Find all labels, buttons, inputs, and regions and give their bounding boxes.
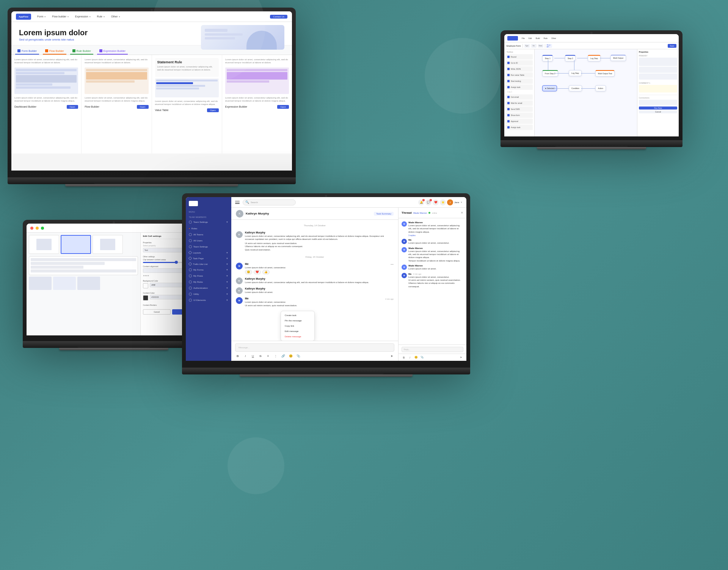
s4-nav-layouts[interactable]: Layouts ▼ xyxy=(186,250,231,255)
s3-close-dot[interactable] xyxy=(30,227,33,230)
s2-item-table[interactable]: Run value Table xyxy=(506,72,533,78)
s2-node-output[interactable]: Multi Output xyxy=(610,55,626,61)
s4-strikethrough-btn[interactable]: S xyxy=(258,353,263,359)
s4-nav-forms[interactable]: My Forms ▼ xyxy=(186,267,231,273)
s2-item-wait[interactable]: Wait for email xyxy=(506,100,533,106)
s2-draw-btn[interactable]: Draw xyxy=(538,44,543,48)
s2-api-btn[interactable]: Show API xyxy=(547,44,552,48)
s4-dropdown-icon[interactable]: ▼ xyxy=(460,201,463,204)
s2-item-sms[interactable]: Send SMS xyxy=(506,106,533,112)
s4-msg2-more-icon[interactable]: ⋯ xyxy=(391,263,394,266)
s3-cell-selected[interactable] xyxy=(61,235,91,254)
s1-col1-open-btn[interactable]: Open xyxy=(67,105,78,109)
s3-bg-swatch[interactable] xyxy=(143,283,148,288)
s3-slider-thumb[interactable] xyxy=(175,261,178,264)
s2-item-testing[interactable]: Start testing xyxy=(506,78,533,84)
s4-nav-taskpage[interactable]: Task Page ▼ xyxy=(186,255,231,261)
s4-task-summary-btn[interactable]: Task Summary xyxy=(374,212,394,216)
s2-item-goto[interactable]: Go to ID xyxy=(506,60,533,66)
s2-item-email[interactable]: Get email xyxy=(506,94,533,100)
s1-col3-open-btn[interactable]: Open xyxy=(207,108,219,112)
s4-ctx-edit[interactable]: Edit message xyxy=(281,329,314,334)
s4-nav-auth[interactable]: Authentication ▼ xyxy=(186,285,231,291)
s2-go-btn[interactable]: Go xyxy=(531,44,537,48)
s4-hamburger[interactable] xyxy=(235,201,240,204)
s4-nav-roles[interactable]: Roles xyxy=(186,225,231,232)
s4-nav-team-settings[interactable]: Team Settings ▼ xyxy=(186,219,231,225)
s4-notif-1[interactable]: 🔔 2 xyxy=(418,199,424,205)
s4-nav-rules[interactable]: My Rules ▼ xyxy=(186,279,231,285)
s4-ctx-pin[interactable]: Pin the message xyxy=(281,318,314,323)
s2-node-log[interactable]: Log Step xyxy=(588,55,601,61)
s4-message-input[interactable]: Message... xyxy=(235,343,394,352)
s3-content-swatch[interactable] xyxy=(143,295,148,301)
s2-item-assign[interactable]: Assign task xyxy=(506,85,533,90)
s4-nav-team-set2[interactable]: Team Settings xyxy=(186,244,231,250)
s4-notif-2[interactable]: 💬 3 xyxy=(425,199,431,205)
s4-thread-bold[interactable]: B xyxy=(402,355,406,360)
s4-bold-btn[interactable]: B xyxy=(235,353,240,359)
s3-max-dot[interactable] xyxy=(41,227,44,230)
s2-item-showform[interactable]: Show form xyxy=(506,113,533,118)
s2-item-json[interactable]: Write JSON xyxy=(506,66,533,72)
s4-underline-btn[interactable]: U xyxy=(250,353,256,359)
s4-notif-3[interactable]: ❤️ xyxy=(433,199,439,205)
s2-nav-other[interactable]: Other xyxy=(551,37,556,39)
s1-contact-btn[interactable]: Contact Us xyxy=(270,15,287,19)
s4-nav-trello[interactable]: Trello Like List ▼ xyxy=(186,261,231,267)
s1-tab-rule[interactable]: Rule Builder xyxy=(70,48,93,55)
s4-italic-btn[interactable]: I xyxy=(243,353,248,359)
s1-col4-open-btn[interactable]: Open xyxy=(277,105,289,109)
s1-col2-open-btn[interactable]: Open xyxy=(137,105,149,109)
s1-nav-form[interactable]: Form ▼ xyxy=(37,15,46,18)
s4-reaction-smile[interactable]: 😊 xyxy=(245,270,252,274)
s4-nav-ui[interactable]: UI Elements ▼ xyxy=(186,297,231,303)
s3-min-dot[interactable] xyxy=(36,227,39,230)
s3-cancel-btn[interactable]: Cancel xyxy=(143,309,171,315)
s4-thread-close-btn[interactable]: ✕ xyxy=(461,211,463,215)
s2-save-btn[interactable]: Save xyxy=(668,44,676,48)
s4-nav-flows[interactable]: My Flows ▼ xyxy=(186,273,231,279)
s4-nav-all-teams[interactable]: All Teams xyxy=(186,232,231,238)
s4-thread-attach[interactable]: 📎 xyxy=(420,355,424,360)
s4-thread-send[interactable]: ➤ xyxy=(459,355,463,360)
s3-cell-1[interactable] xyxy=(29,235,59,254)
s4-reaction-heart[interactable]: ❤️ xyxy=(254,270,261,274)
s1-nav-rule[interactable]: Rule ▼ xyxy=(97,15,105,18)
s4-nav-utility[interactable]: Utility ▼ xyxy=(186,291,231,297)
s4-thread-reply-input[interactable]: Reply... xyxy=(402,347,463,352)
s4-link-btn[interactable]: 🔗 xyxy=(281,353,286,359)
s4-notif-4[interactable]: ⭐ xyxy=(440,199,446,205)
s4-ordered-list-btn[interactable]: ⋮ xyxy=(273,353,278,359)
s4-emoji-btn[interactable]: 😊 xyxy=(288,353,293,359)
s2-type-btn[interactable]: Type xyxy=(524,44,530,48)
s4-user-avatar[interactable]: J xyxy=(447,199,453,205)
s2-nav-file[interactable]: File xyxy=(522,37,525,39)
s4-ctx-copy[interactable]: Copy link xyxy=(281,323,314,329)
s4-send-btn[interactable]: ➤ xyxy=(389,353,394,359)
s2-node-log2[interactable]: Log Step xyxy=(569,70,582,76)
s2-node-condition[interactable]: Condition xyxy=(569,85,582,91)
s4-thread-emoji[interactable]: 😊 xyxy=(414,355,418,360)
s1-nav-expression[interactable]: Expression ▼ xyxy=(75,15,91,18)
s4-thread-replies[interactable]: 3 replies xyxy=(408,234,463,236)
s2-item-assign2[interactable]: Assign task xyxy=(506,125,533,130)
s4-search-box[interactable]: 🔍 Search xyxy=(243,199,296,205)
s1-tab-expr[interactable]: Expression Builder xyxy=(97,48,128,55)
s2-nav-build[interactable]: Build xyxy=(536,37,540,39)
s2-nav-rule[interactable]: Rule xyxy=(544,37,548,39)
s2-item-round[interactable]: Round xyxy=(506,54,533,60)
s1-tab-flow[interactable]: Flow Builder xyxy=(43,48,66,55)
s4-ctx-delete[interactable]: Delete message xyxy=(281,334,314,339)
s4-reaction-thumbs[interactable]: 👍 xyxy=(262,270,270,274)
s1-nav-flow[interactable]: Flow builder ▼ xyxy=(52,15,69,18)
s2-panel-cancel[interactable]: Cancel xyxy=(639,110,677,113)
s2-node-action[interactable]: Action xyxy=(595,85,606,91)
s4-nav-all-users[interactable]: All Users xyxy=(186,238,231,244)
s2-item-approval[interactable]: Approval xyxy=(506,119,533,124)
s2-node-test[interactable]: Multi Output Test xyxy=(595,70,615,77)
s2-nav-edit[interactable]: Edit xyxy=(529,37,532,39)
s1-nav-other[interactable]: Other ▼ xyxy=(111,15,120,18)
s3-cell-3[interactable] xyxy=(93,235,123,254)
s4-attach-btn[interactable]: 📎 xyxy=(296,353,301,359)
